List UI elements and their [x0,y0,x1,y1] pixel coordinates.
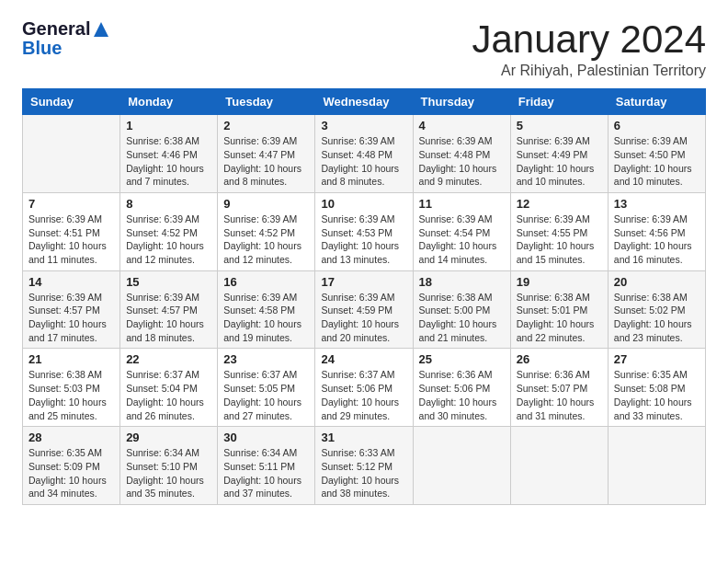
calendar-cell: 4Sunrise: 6:39 AMSunset: 4:48 PMDaylight… [413,115,510,193]
calendar-cell: 18Sunrise: 6:38 AMSunset: 5:00 PMDayligh… [413,270,510,349]
day-info: Sunrise: 6:37 AMSunset: 5:04 PMDaylight:… [126,368,211,422]
day-info: Sunrise: 6:39 AMSunset: 4:48 PMDaylight:… [419,134,505,189]
weekday-header-friday: Friday [510,89,608,115]
day-info: Sunrise: 6:39 AMSunset: 4:50 PMDaylight:… [614,134,700,189]
day-number: 26 [517,352,602,366]
day-number: 10 [321,197,406,211]
day-number: 4 [419,119,505,132]
calendar-cell: 9Sunrise: 6:39 AMSunset: 4:52 PMDaylight… [218,192,315,270]
day-info: Sunrise: 6:37 AMSunset: 5:06 PMDaylight:… [321,368,406,422]
calendar-cell: 28Sunrise: 6:35 AMSunset: 5:09 PMDayligh… [23,427,120,505]
day-number: 6 [614,119,700,132]
calendar-cell: 24Sunrise: 6:37 AMSunset: 5:06 PMDayligh… [315,349,413,427]
weekday-header-sunday: Sunday [23,89,120,115]
day-info: Sunrise: 6:37 AMSunset: 5:05 PMDaylight:… [223,368,309,422]
day-number: 5 [517,119,602,132]
day-info: Sunrise: 6:36 AMSunset: 5:07 PMDaylight:… [517,368,602,422]
svg-marker-0 [94,22,108,37]
logo-general: General [22,18,90,40]
calendar-cell: 17Sunrise: 6:39 AMSunset: 4:59 PMDayligh… [315,270,413,349]
day-number: 20 [614,275,700,289]
day-number: 11 [419,197,505,211]
calendar-cell: 3Sunrise: 6:39 AMSunset: 4:48 PMDaylight… [315,115,413,193]
day-number: 31 [321,431,406,444]
weekday-header-thursday: Thursday [413,89,510,115]
page-header: General Blue January 2024 Ar Rihiyah, Pa… [22,18,706,79]
calendar-week-row: 1Sunrise: 6:38 AMSunset: 4:46 PMDaylight… [23,115,706,193]
calendar-table: SundayMondayTuesdayWednesdayThursdayFrid… [22,88,706,505]
day-info: Sunrise: 6:38 AMSunset: 5:02 PMDaylight:… [614,291,700,345]
day-info: Sunrise: 6:38 AMSunset: 4:46 PMDaylight:… [126,134,211,189]
calendar-cell: 6Sunrise: 6:39 AMSunset: 4:50 PMDaylight… [608,115,705,193]
day-number: 3 [321,119,406,132]
day-info: Sunrise: 6:39 AMSunset: 4:49 PMDaylight:… [517,134,602,189]
day-number: 15 [126,275,211,289]
calendar-cell: 30Sunrise: 6:34 AMSunset: 5:11 PMDayligh… [218,427,315,505]
day-info: Sunrise: 6:38 AMSunset: 5:01 PMDaylight:… [517,291,602,345]
calendar-cell: 16Sunrise: 6:39 AMSunset: 4:58 PMDayligh… [218,270,315,349]
day-number: 29 [126,431,211,444]
day-number: 8 [126,197,211,211]
day-info: Sunrise: 6:39 AMSunset: 4:58 PMDaylight:… [223,291,309,345]
logo: General Blue [22,18,110,59]
calendar-cell: 21Sunrise: 6:38 AMSunset: 5:03 PMDayligh… [23,349,120,427]
day-info: Sunrise: 6:34 AMSunset: 5:11 PMDaylight:… [223,446,309,500]
title-section: January 2024 Ar Rihiyah, Palestinian Ter… [472,18,706,79]
calendar-cell: 22Sunrise: 6:37 AMSunset: 5:04 PMDayligh… [120,349,218,427]
calendar-week-row: 28Sunrise: 6:35 AMSunset: 5:09 PMDayligh… [23,427,706,505]
day-info: Sunrise: 6:34 AMSunset: 5:10 PMDaylight:… [126,446,211,500]
day-number: 12 [517,197,602,211]
calendar-cell: 13Sunrise: 6:39 AMSunset: 4:56 PMDayligh… [608,192,705,270]
day-info: Sunrise: 6:39 AMSunset: 4:52 PMDaylight:… [223,213,309,267]
day-number: 24 [321,352,406,366]
weekday-header-monday: Monday [120,89,218,115]
month-year-title: January 2024 [472,18,706,61]
day-number: 18 [419,275,505,289]
day-info: Sunrise: 6:39 AMSunset: 4:52 PMDaylight:… [126,213,211,267]
calendar-cell: 14Sunrise: 6:39 AMSunset: 4:57 PMDayligh… [23,270,120,349]
calendar-cell [608,427,705,505]
day-info: Sunrise: 6:39 AMSunset: 4:57 PMDaylight:… [126,291,211,345]
day-number: 17 [321,275,406,289]
calendar-cell [413,427,510,505]
day-info: Sunrise: 6:33 AMSunset: 5:12 PMDaylight:… [321,446,406,500]
calendar-cell: 20Sunrise: 6:38 AMSunset: 5:02 PMDayligh… [608,270,705,349]
day-number: 30 [223,431,309,444]
day-info: Sunrise: 6:39 AMSunset: 4:53 PMDaylight:… [321,213,406,267]
day-number: 16 [223,275,309,289]
calendar-cell: 15Sunrise: 6:39 AMSunset: 4:57 PMDayligh… [120,270,218,349]
calendar-cell: 27Sunrise: 6:35 AMSunset: 5:08 PMDayligh… [608,349,705,427]
day-info: Sunrise: 6:39 AMSunset: 4:47 PMDaylight:… [223,134,309,189]
calendar-cell: 26Sunrise: 6:36 AMSunset: 5:07 PMDayligh… [510,349,608,427]
day-number: 23 [223,352,309,366]
day-number: 28 [28,431,114,444]
day-number: 19 [517,275,602,289]
day-number: 21 [28,352,114,366]
day-info: Sunrise: 6:39 AMSunset: 4:57 PMDaylight:… [28,291,114,345]
calendar-cell: 8Sunrise: 6:39 AMSunset: 4:52 PMDaylight… [120,192,218,270]
weekday-header-row: SundayMondayTuesdayWednesdayThursdayFrid… [23,89,706,115]
calendar-cell: 11Sunrise: 6:39 AMSunset: 4:54 PMDayligh… [413,192,510,270]
calendar-cell: 31Sunrise: 6:33 AMSunset: 5:12 PMDayligh… [315,427,413,505]
weekday-header-saturday: Saturday [608,89,705,115]
calendar-cell: 25Sunrise: 6:36 AMSunset: 5:06 PMDayligh… [413,349,510,427]
location-subtitle: Ar Rihiyah, Palestinian Territory [472,63,706,79]
calendar-cell: 1Sunrise: 6:38 AMSunset: 4:46 PMDaylight… [120,115,218,193]
calendar-cell [510,427,608,505]
calendar-week-row: 21Sunrise: 6:38 AMSunset: 5:03 PMDayligh… [23,349,706,427]
weekday-header-wednesday: Wednesday [315,89,413,115]
calendar-cell: 29Sunrise: 6:34 AMSunset: 5:10 PMDayligh… [120,427,218,505]
day-info: Sunrise: 6:39 AMSunset: 4:59 PMDaylight:… [321,291,406,345]
calendar-cell: 10Sunrise: 6:39 AMSunset: 4:53 PMDayligh… [315,192,413,270]
day-info: Sunrise: 6:38 AMSunset: 5:03 PMDaylight:… [28,368,114,422]
calendar-cell: 23Sunrise: 6:37 AMSunset: 5:05 PMDayligh… [218,349,315,427]
day-info: Sunrise: 6:39 AMSunset: 4:56 PMDaylight:… [614,213,700,267]
day-number: 1 [126,119,211,132]
logo-icon [92,20,110,39]
weekday-header-tuesday: Tuesday [218,89,315,115]
day-info: Sunrise: 6:39 AMSunset: 4:48 PMDaylight:… [321,134,406,189]
logo-blue: Blue [22,38,62,59]
day-number: 14 [28,275,114,289]
day-number: 9 [223,197,309,211]
day-info: Sunrise: 6:35 AMSunset: 5:09 PMDaylight:… [28,446,114,500]
